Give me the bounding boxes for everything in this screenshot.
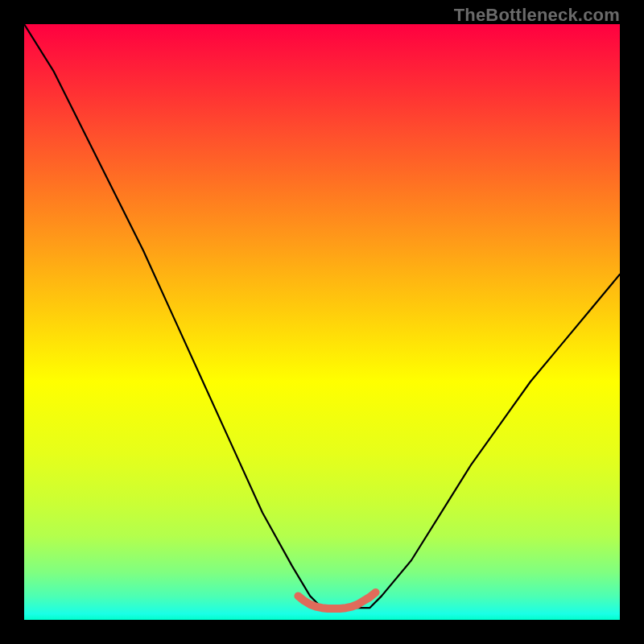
watermark-text: TheBottleneck.com [454, 5, 620, 26]
optimal-band [298, 592, 375, 609]
chart-frame: TheBottleneck.com [0, 0, 644, 644]
plot-area [24, 24, 620, 620]
curve-layer [24, 24, 620, 620]
bottleneck-curve [24, 24, 620, 608]
